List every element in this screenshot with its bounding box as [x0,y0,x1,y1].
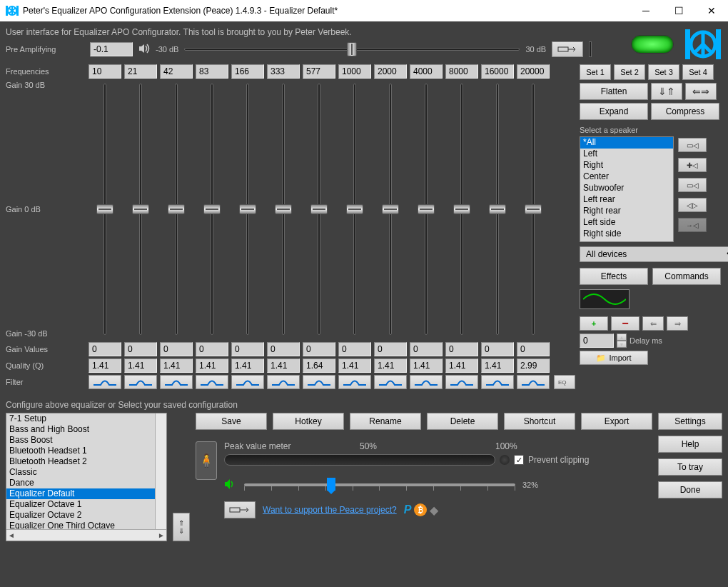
import-button[interactable]: 📁 Import [580,351,648,365]
speaker-item[interactable]: Left rear [580,194,673,206]
filter-type-button[interactable] [374,375,407,389]
freq-input[interactable] [481,64,514,79]
freq-input[interactable] [89,64,121,79]
quality-input[interactable] [481,358,514,373]
speaker-item[interactable]: Right [580,160,673,171]
window-close-button[interactable]: ✕ [695,0,728,21]
filter-type-button[interactable] [303,375,335,389]
prevent-clipping-checkbox[interactable]: ✓ [514,455,524,465]
support-link[interactable]: Want to support the Peace project? [263,505,397,515]
preset-item[interactable]: Dance [6,478,155,488]
gain-input[interactable] [160,342,193,356]
filter-type-button[interactable] [124,375,157,389]
speaker-config-1-button[interactable]: ▭◁ [678,138,707,152]
speaker-item[interactable]: Left side [580,217,673,229]
filter-type-button[interactable] [410,375,443,389]
freq-input[interactable] [160,64,193,79]
gain-slider[interactable] [517,81,550,338]
quality-input[interactable] [517,358,550,373]
freq-input[interactable] [374,64,407,79]
preset-item[interactable]: Equalizer Default [6,488,155,499]
gain-slider[interactable] [231,81,264,338]
gain-input[interactable] [303,342,335,356]
preamp-value-input[interactable] [90,42,133,56]
preset-item[interactable]: Equalizer One Third Octave [6,521,155,529]
quality-input[interactable] [303,358,335,373]
ethereum-icon[interactable]: ◆ [430,503,438,517]
flatten-button[interactable]: Flatten [580,83,648,100]
gain-slider[interactable] [410,81,443,338]
gain-input[interactable] [517,342,550,356]
filter-type-button[interactable] [338,375,371,389]
quality-input[interactable] [196,358,228,373]
gain-slider[interactable] [89,81,121,338]
preset-item[interactable]: Equalizer Octave 2 [6,510,155,521]
paypal-icon[interactable]: P [404,503,412,516]
shift-left-right-button[interactable]: ⇐⇒ [685,83,717,100]
volume-slider[interactable] [244,479,515,491]
window-maximize-button[interactable]: ☐ [662,0,695,21]
set-button[interactable]: Set 4 [682,64,714,80]
move-right-button[interactable]: ⇒ [667,316,688,331]
hotkey-button[interactable]: Hotkey [273,413,344,430]
quality-input[interactable] [338,358,371,373]
preset-item[interactable]: Bass Boost [6,435,155,446]
effects-button[interactable]: Effects [580,268,648,285]
speaker-item[interactable]: Right rear [580,206,673,217]
preset-item[interactable]: Equalizer Octave 1 [6,499,155,510]
quality-input[interactable] [445,358,478,373]
preset-item[interactable]: Bass and High Boost [6,424,155,435]
power-toggle[interactable] [631,35,674,54]
preset-hscrollbar[interactable]: ◄► [6,529,166,541]
delay-spinner[interactable]: ▲▼ [617,333,627,348]
speaker-item[interactable]: Subwoofer [580,183,673,194]
filter-type-button[interactable] [231,375,264,389]
filter-type-button[interactable] [445,375,478,389]
window-minimize-button[interactable]: ─ [630,0,662,21]
filter-type-button[interactable] [481,375,514,389]
gain-slider[interactable] [160,81,193,338]
gain-slider[interactable] [338,81,371,338]
freq-input[interactable] [124,64,157,79]
speaker-item[interactable]: Center [580,171,673,183]
quality-input[interactable] [89,358,121,373]
expand-button[interactable]: Expand [580,103,648,120]
set-button[interactable]: Set 2 [614,64,645,80]
gain-input[interactable] [89,342,121,356]
preset-item[interactable]: 7-1 Setup [6,413,155,424]
gain-input[interactable] [196,342,228,356]
set-button[interactable]: Set 1 [580,64,611,80]
remove-band-button[interactable]: − [611,316,639,331]
preset-vscrollbar[interactable] [155,413,166,529]
help-button[interactable]: Help [658,436,722,453]
shortcut-button[interactable]: Shortcut [504,413,575,430]
shift-down-up-button[interactable]: ⇓⇑ [651,83,682,100]
set-button[interactable]: Set 3 [648,64,679,80]
export-button[interactable]: Export [581,413,652,430]
preset-item[interactable]: Classic [6,467,155,478]
add-band-button[interactable]: + [580,316,608,331]
freq-input[interactable] [303,64,335,79]
freq-input[interactable] [338,64,371,79]
gain-input[interactable] [374,342,407,356]
delete-button[interactable]: Delete [427,413,498,430]
speaker-config-2-button[interactable]: ✚◁ [678,158,707,172]
speaker-item[interactable]: Right side [580,229,673,240]
speaker-config-4-button[interactable]: ◁▷ [678,198,707,212]
preset-order-button[interactable]: ⇑⇓ [173,513,190,541]
bypass-toggle-button[interactable] [224,501,256,518]
rename-button[interactable]: Rename [350,413,421,430]
eq-graph-button[interactable]: EQ [554,375,575,389]
gain-input[interactable] [481,342,514,356]
freq-input[interactable] [267,64,300,79]
gain-input[interactable] [231,342,264,356]
save-button[interactable]: Save [196,413,267,430]
gain-input[interactable] [267,342,300,356]
gain-slider[interactable] [196,81,228,338]
freq-input[interactable] [517,64,550,79]
bitcoin-icon[interactable]: ₿ [414,503,427,516]
quality-input[interactable] [124,358,157,373]
quality-input[interactable] [160,358,193,373]
gain-slider[interactable] [374,81,407,338]
speaker-item[interactable]: *All [580,137,673,149]
